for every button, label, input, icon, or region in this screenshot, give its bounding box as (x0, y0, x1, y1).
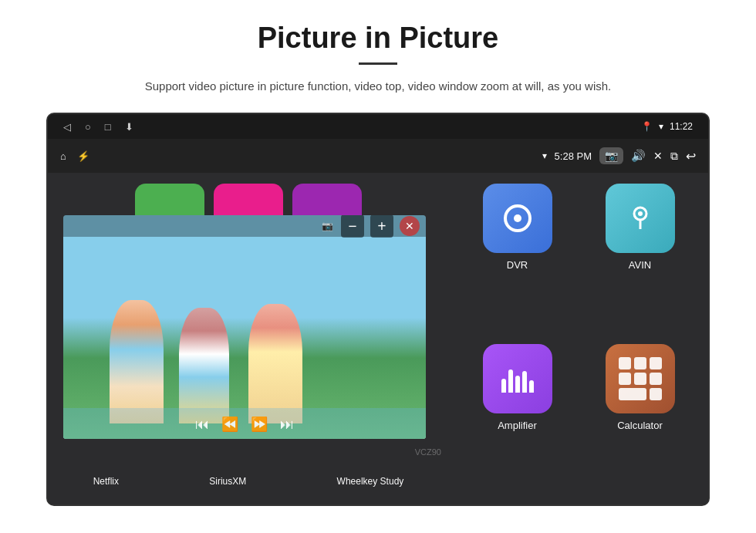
pip-camera-icon: 📷 (322, 221, 333, 232)
download-nav-icon[interactable]: ⬇ (125, 121, 133, 133)
app-labels: Netflix SiriusXM Wheelkey Study (48, 458, 449, 504)
return-icon[interactable]: ↩ (686, 149, 696, 164)
video-image (63, 237, 426, 439)
next-button[interactable]: ⏩ (251, 416, 268, 433)
forward-button[interactable]: ⏭ (280, 417, 294, 433)
home-nav-icon[interactable]: ○ (85, 121, 91, 133)
calculator-icon[interactable] (606, 344, 675, 413)
amplifier-label: Amplifier (498, 420, 537, 431)
pip-close-button[interactable]: ✕ (400, 216, 420, 236)
avin-svg (625, 203, 656, 234)
location-icon: 📍 (641, 121, 653, 132)
amp-bar-4 (522, 371, 527, 393)
transport-bar: ⏮ ⏪ ⏩ ⏭ (63, 416, 426, 433)
amp-bar-3 (515, 376, 520, 393)
calculator-label: Calculator (617, 420, 663, 431)
dvr-icon[interactable] (483, 184, 552, 253)
device-frame: ◁ ○ □ ⬇ 📍 ▾ 11:22 ⌂ ⚡ ▾ 5:28 PM 📷 🔊 (46, 113, 710, 506)
amp-bar-2 (508, 369, 513, 393)
app-bar-left: ⌂ ⚡ (60, 150, 89, 162)
dvr-dot (514, 214, 521, 222)
calc-btn-wide (619, 388, 646, 400)
avin-label: AVIN (629, 259, 651, 271)
pip-plus-button[interactable]: + (370, 215, 393, 238)
video-section: 📷 − + ✕ (48, 173, 449, 504)
watermark: VCZ90 (415, 447, 441, 457)
siriusxm-label[interactable]: SiriusXM (209, 476, 246, 487)
dvr-circle (504, 204, 532, 232)
status-bar-right: 📍 ▾ 11:22 (641, 121, 693, 132)
person1 (110, 300, 164, 423)
wheelkey-label[interactable]: Wheelkey Study (337, 476, 404, 487)
dvr-inner (504, 204, 532, 232)
dvr-cell: DVR (461, 184, 573, 333)
camera-button[interactable]: 📷 (599, 147, 623, 164)
home-icon[interactable]: ⌂ (60, 150, 66, 162)
amp-bars (501, 365, 534, 393)
amplifier-icon[interactable] (483, 344, 552, 413)
status-bar-left: ◁ ○ □ ⬇ (63, 121, 133, 133)
calc-btn-1 (619, 357, 631, 369)
calc-btn-3 (650, 357, 662, 369)
page-subtitle: Support video picture in picture functio… (46, 77, 710, 96)
avin-icon[interactable] (606, 184, 675, 253)
main-content: 📷 − + ✕ (48, 173, 708, 504)
app-bar-time: 5:28 PM (555, 150, 592, 162)
person2 (179, 308, 229, 423)
pip-container[interactable]: 📷 − + ✕ (63, 215, 426, 439)
volume-icon[interactable]: 🔊 (631, 149, 646, 163)
page-title: Picture in Picture (46, 22, 710, 55)
prev-button[interactable]: ⏪ (221, 416, 238, 433)
page-wrapper: Picture in Picture Support video picture… (0, 0, 756, 521)
dvr-label: DVR (507, 259, 528, 271)
netflix-label[interactable]: Netflix (93, 476, 119, 487)
title-divider (359, 62, 397, 65)
pip-header: 📷 − + ✕ (63, 215, 426, 237)
rewind-button[interactable]: ⏮ (195, 417, 209, 433)
svg-point-2 (638, 211, 643, 216)
calc-btn-4 (619, 373, 631, 385)
recent-nav-icon[interactable]: □ (105, 121, 111, 133)
calc-grid (616, 354, 665, 403)
wifi-status-icon: ▾ (542, 150, 547, 161)
status-bar: ◁ ○ □ ⬇ 📍 ▾ 11:22 (48, 114, 708, 139)
pip-minus-button[interactable]: − (341, 215, 364, 238)
calc-btn-5 (634, 373, 646, 385)
status-time: 11:22 (670, 121, 693, 132)
calc-btn-2 (634, 357, 646, 369)
wifi-icon: ▾ (659, 121, 663, 132)
app-bar: ⌂ ⚡ ▾ 5:28 PM 📷 🔊 ✕ ⧉ ↩ (48, 139, 708, 173)
person3 (248, 304, 302, 423)
avin-cell: AVIN (584, 184, 696, 333)
calc-btn-6 (650, 373, 662, 385)
amplifier-cell: Amplifier (461, 344, 573, 494)
back-nav-icon[interactable]: ◁ (63, 121, 71, 133)
app-grid-right: DVR AVIN (449, 173, 708, 504)
amp-bar-5 (529, 380, 534, 393)
pip-icon[interactable]: ⧉ (670, 150, 678, 163)
amp-bar-1 (501, 379, 506, 393)
close-icon[interactable]: ✕ (653, 150, 663, 162)
calculator-cell: Calculator (584, 344, 696, 494)
calc-btn-7 (650, 388, 662, 400)
usb-icon[interactable]: ⚡ (77, 150, 89, 162)
